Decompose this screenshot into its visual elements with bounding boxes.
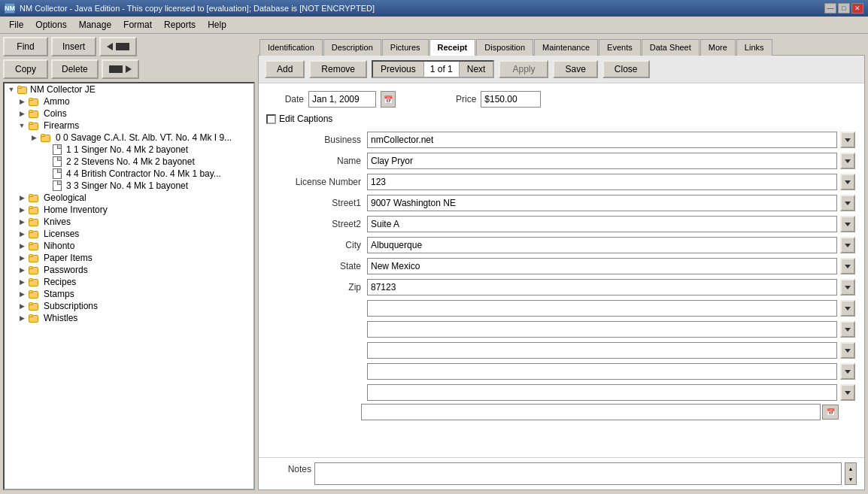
add-button[interactable]: Add xyxy=(265,60,305,78)
menu-file[interactable]: File xyxy=(3,18,29,32)
field-input-6[interactable] xyxy=(367,258,837,274)
tree-item[interactable]: ▶ Home Inventory xyxy=(5,204,253,216)
tree-toggle[interactable]: ▶ xyxy=(17,192,27,203)
tree-root-toggle[interactable]: ▼ xyxy=(6,84,17,95)
tab-identification[interactable]: Identification xyxy=(259,39,323,56)
remove-button[interactable]: Remove xyxy=(309,60,367,78)
tree-item[interactable]: 3 3 Singer No. 4 Mk 1 bayonet xyxy=(5,180,253,192)
field-dropdown-1[interactable] xyxy=(840,153,855,169)
tab-more[interactable]: More xyxy=(700,39,736,56)
close-button[interactable]: ✕ xyxy=(851,3,863,14)
nav-back-button[interactable] xyxy=(99,37,137,56)
tab-receipt[interactable]: Receipt xyxy=(429,39,476,56)
tab-pictures[interactable]: Pictures xyxy=(382,39,429,56)
field-dropdown-2[interactable] xyxy=(840,174,855,190)
field-input-3[interactable] xyxy=(367,195,837,211)
notes-scrollbar[interactable]: ▲ ▼ xyxy=(845,462,857,485)
tab-links[interactable]: Links xyxy=(736,39,772,56)
field-dropdown-0[interactable] xyxy=(840,132,855,148)
field-dropdown-7[interactable] xyxy=(840,279,855,295)
delete-button[interactable]: Delete xyxy=(51,59,99,79)
field-input-9[interactable] xyxy=(367,321,837,338)
notes-scroll-down[interactable]: ▼ xyxy=(845,474,856,484)
menu-options[interactable]: Options xyxy=(29,18,72,32)
save-button[interactable]: Save xyxy=(553,60,597,78)
field-dropdown-9[interactable] xyxy=(840,321,855,338)
tree-toggle[interactable]: ▶ xyxy=(17,313,27,323)
tree-toggle[interactable]: ▶ xyxy=(17,229,27,239)
field-input-0[interactable] xyxy=(367,132,837,148)
tab-maintenance[interactable]: Maintenance xyxy=(534,39,598,56)
previous-button[interactable]: Previous xyxy=(373,62,424,77)
tree-item[interactable]: 4 4 British Contractor No. 4 Mk 1 bay... xyxy=(5,168,253,180)
tree-item[interactable]: 1 1 Singer No. 4 Mk 2 bayonet xyxy=(5,144,253,156)
edit-captions-checkbox[interactable] xyxy=(266,114,276,124)
tree-toggle[interactable]: ▶ xyxy=(17,277,27,287)
minimize-button[interactable]: — xyxy=(824,3,836,14)
tree-item[interactable]: ▶ Ammo xyxy=(5,95,253,108)
tab-description[interactable]: Description xyxy=(323,39,381,56)
field-dropdown-3[interactable] xyxy=(840,195,855,211)
tree-toggle[interactable]: ▼ xyxy=(17,120,27,131)
field-dropdown-11[interactable] xyxy=(840,363,855,380)
tree-item[interactable]: ▼ Firearms xyxy=(5,120,253,132)
tree-item[interactable]: ▶ Coins xyxy=(5,108,253,120)
tree-item[interactable]: ▶ Passwords xyxy=(5,264,253,276)
close-record-button[interactable]: Close xyxy=(602,60,650,78)
tree-item[interactable]: ▶ Subscriptions xyxy=(5,300,253,312)
tree-toggle[interactable]: ▶ xyxy=(29,132,39,143)
tree-root[interactable]: ▼ NM Collector JE xyxy=(5,83,253,95)
field-input-8[interactable] xyxy=(367,300,837,317)
tree-item[interactable]: ▶ Recipes xyxy=(5,276,253,288)
tree-toggle[interactable]: ▶ xyxy=(17,205,27,215)
tree-panel[interactable]: ▼ NM Collector JE ▶ Ammo▶ xyxy=(3,82,255,490)
menu-manage[interactable]: Manage xyxy=(73,18,117,32)
field-input-1[interactable] xyxy=(367,153,837,169)
tree-toggle[interactable]: ▶ xyxy=(17,289,27,299)
price-input[interactable] xyxy=(481,91,541,108)
tree-item[interactable]: ▶ 0 0 Savage C.A.I. St. Alb. VT. No. 4 M… xyxy=(5,132,253,144)
nav-forward-button[interactable] xyxy=(102,59,139,79)
field-dropdown-4[interactable] xyxy=(840,216,855,232)
tree-toggle[interactable]: ▶ xyxy=(17,265,27,275)
tree-item[interactable]: ▶ Nihonto xyxy=(5,240,253,252)
field-dropdown-6[interactable] xyxy=(840,258,855,274)
field-input-7[interactable] xyxy=(367,279,837,295)
field-input-12[interactable] xyxy=(367,384,837,401)
tree-toggle[interactable]: ▶ xyxy=(17,301,27,311)
tree-item[interactable]: ▶ Licenses xyxy=(5,228,253,240)
calendar-button[interactable]: 📅 xyxy=(381,91,396,108)
tree-item[interactable]: 2 2 Stevens No. 4 Mk 2 bayonet xyxy=(5,156,253,168)
next-button[interactable]: Next xyxy=(459,62,493,77)
field-dropdown-5[interactable] xyxy=(840,237,855,253)
tree-toggle[interactable]: ▶ xyxy=(17,217,27,227)
tree-item[interactable]: ▶ Whistles xyxy=(5,312,253,324)
notes-extra-input[interactable] xyxy=(361,404,821,420)
tree-toggle[interactable]: ▶ xyxy=(17,108,27,119)
field-dropdown-12[interactable] xyxy=(840,384,855,401)
tree-item[interactable]: ▶ Paper Items xyxy=(5,252,253,264)
notes-scroll-up[interactable]: ▲ xyxy=(845,463,856,474)
field-input-5[interactable] xyxy=(367,237,837,253)
field-dropdown-8[interactable] xyxy=(840,300,855,317)
tab-disposition[interactable]: Disposition xyxy=(476,39,533,56)
field-dropdown-10[interactable] xyxy=(840,342,855,359)
field-input-11[interactable] xyxy=(367,363,837,380)
copy-button[interactable]: Copy xyxy=(3,59,48,79)
notes-icon-button[interactable]: 📅 xyxy=(822,405,839,420)
notes-input[interactable] xyxy=(314,462,842,485)
tree-toggle[interactable]: ▶ xyxy=(17,253,27,263)
tree-toggle[interactable]: ▶ xyxy=(17,241,27,251)
tree-item[interactable]: ▶ Knives xyxy=(5,216,253,228)
insert-button[interactable]: Insert xyxy=(51,37,96,56)
tree-item[interactable]: ▶ Geological xyxy=(5,192,253,204)
field-input-4[interactable] xyxy=(367,216,837,232)
tab-data-sheet[interactable]: Data Sheet xyxy=(642,39,700,56)
tree-item[interactable]: ▶ Stamps xyxy=(5,288,253,300)
tree-toggle[interactable]: ▶ xyxy=(17,96,27,107)
menu-format[interactable]: Format xyxy=(117,18,158,32)
tab-events[interactable]: Events xyxy=(599,39,641,56)
menu-reports[interactable]: Reports xyxy=(158,18,202,32)
date-input[interactable] xyxy=(308,91,376,108)
find-button[interactable]: Find xyxy=(3,37,48,56)
